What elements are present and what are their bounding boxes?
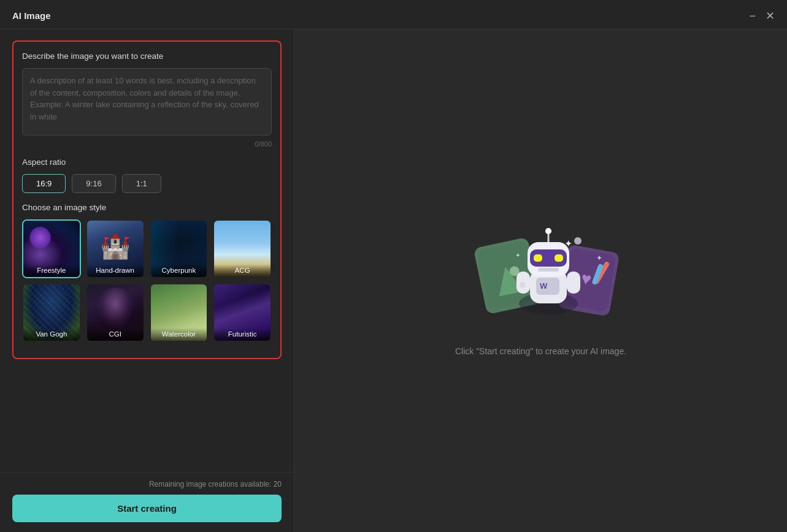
style-card-acg[interactable]: ACG [213,219,272,278]
style-label-cgi: CGI [87,328,144,341]
style-label-vangogh: Van Gogh [23,328,80,341]
style-card-handdrawn[interactable]: Hand-drawn [86,219,145,278]
right-hint-text: Click "Start creating" to create your AI… [455,346,626,356]
char-count: 0/800 [22,140,272,148]
svg-rect-15 [538,268,559,272]
start-creating-button[interactable]: Start creating [12,495,282,522]
style-card-futuristic[interactable]: Futuristic [213,283,272,342]
aspect-ratio-buttons: 16:9 9:16 1:1 [22,174,272,193]
svg-text:✦: ✦ [596,254,602,262]
form-area: Describe the image you want to create 0/… [0,29,294,472]
describe-title: Describe the image you want to create [22,51,272,61]
style-title: Choose an image style [22,203,272,212]
robot-illustration: ♥ W [461,205,621,328]
aspect-btn-9-16[interactable]: 9:16 [72,174,115,193]
right-panel: ♥ W [294,29,787,532]
settings-box: Describe the image you want to create 0/… [12,40,282,359]
svg-point-24 [520,282,526,288]
minimize-button[interactable]: − [749,10,756,21]
aspect-btn-16-9[interactable]: 16:9 [22,174,66,193]
title-bar: AI Image − ✕ [0,0,787,29]
svg-rect-19 [567,272,580,294]
style-label-futuristic: Futuristic [214,328,271,341]
description-input[interactable] [22,68,272,135]
style-label-handdrawn: Hand-drawn [87,264,144,277]
svg-point-23 [574,237,582,245]
window-title: AI Image [12,10,51,21]
svg-text:✦: ✦ [515,252,520,259]
aspect-ratio-section: Aspect ratio 16:9 9:16 1:1 [22,158,272,193]
aspect-btn-1-1[interactable]: 1:1 [122,174,161,193]
svg-point-17 [545,228,551,234]
style-label-watercolor: Watercolor [151,328,207,341]
style-grid: Freestyle Hand-drawn Cyberpunk A [22,219,272,342]
main-layout: Describe the image you want to create 0/… [0,29,787,532]
style-card-cyberpunk[interactable]: Cyberpunk [150,219,209,278]
style-section: Choose an image style Freestyle Hand-dra… [22,203,272,342]
svg-text:✦: ✦ [564,238,572,249]
style-card-cgi[interactable]: CGI [86,283,145,342]
svg-rect-14 [555,254,563,262]
style-label-cyberpunk: Cyberpunk [151,264,207,277]
style-card-freestyle[interactable]: Freestyle [22,219,81,278]
svg-rect-13 [534,254,542,262]
remaining-text: Remaining image creations available: 20 [12,480,282,488]
window-controls: − ✕ [749,10,775,21]
left-panel: Describe the image you want to create 0/… [0,29,294,532]
bottom-area: Remaining image creations available: 20 … [0,472,294,532]
style-card-vangogh[interactable]: Van Gogh [22,283,81,342]
close-button[interactable]: ✕ [766,10,775,21]
aspect-ratio-title: Aspect ratio [22,158,272,167]
style-label-acg: ACG [214,264,271,277]
style-card-watercolor[interactable]: Watercolor [150,283,209,342]
style-label-freestyle: Freestyle [23,264,80,277]
svg-text:W: W [540,281,548,291]
